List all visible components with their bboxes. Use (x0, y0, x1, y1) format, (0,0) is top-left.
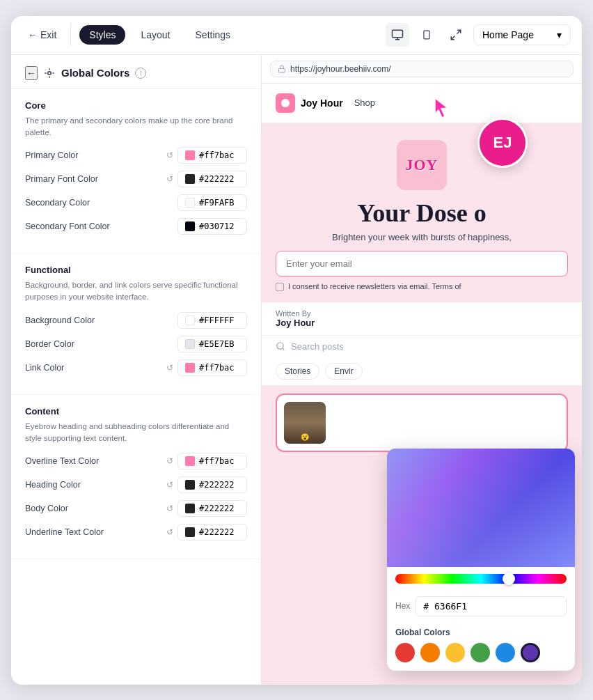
colors-icon (43, 67, 56, 79)
hero-title: Your Dose o (276, 199, 568, 228)
heading-color-group: ↺ #222222 (166, 476, 247, 493)
site-logo: Joy Hour (276, 93, 343, 113)
heading-color-dot (185, 480, 195, 490)
primary-color-group: ↺ #ff7bac (166, 147, 247, 164)
secondary-color-chip[interactable]: #F9FAFB (177, 194, 247, 211)
written-by: Written By Joy Hour (262, 302, 582, 335)
tab-layout[interactable]: Layout (131, 25, 180, 45)
swatch-red[interactable] (395, 643, 415, 662)
border-color-hex: #E5E7EB (199, 339, 235, 349)
secondary-font-color-chip[interactable]: #030712 (177, 218, 247, 235)
ej-initials: EJ (493, 134, 512, 152)
desktop-device-btn[interactable] (386, 23, 409, 47)
body-color-chip[interactable]: #222222 (177, 500, 247, 517)
link-color-dot (185, 363, 195, 373)
functional-section-title: Functional (25, 265, 247, 275)
refresh-icon-body[interactable]: ↺ (166, 504, 173, 513)
mobile-icon (422, 29, 432, 41)
refresh-icon-link[interactable]: ↺ (166, 363, 173, 373)
color-gradient-canvas[interactable] (387, 449, 575, 567)
underline-color-label: Underline Text Color (25, 527, 104, 537)
color-row-primary: Primary Color ↺ #ff7bac (25, 147, 247, 164)
content-section: Content Eyebrow heading and subheading c… (11, 395, 261, 560)
mobile-device-btn[interactable] (415, 23, 438, 47)
email-input[interactable] (276, 251, 568, 277)
bg-color-chip[interactable]: #FFFFFF (177, 312, 247, 329)
main-container: ← Exit Styles Layout Settings Home Page … (11, 16, 582, 685)
tag-envir[interactable]: Envir (325, 363, 362, 380)
swatch-blue[interactable] (496, 643, 515, 662)
secondary-font-color-dot (185, 221, 195, 231)
swatch-yellow[interactable] (445, 643, 465, 662)
hero-logo-box: JOY (397, 140, 447, 190)
panel-title: Global Colors (61, 67, 129, 79)
heading-color-chip[interactable]: #222222 (177, 476, 247, 493)
svg-rect-7 (279, 68, 285, 72)
toolbar-right: Home Page ▾ (386, 23, 571, 47)
bg-color-dot (185, 316, 195, 325)
right-preview: https://joyhour.beehiiv.com/ Joy Hour Sh… (262, 55, 582, 685)
underline-color-group: ↺ #222222 (166, 524, 247, 540)
swatch-orange[interactable] (420, 643, 440, 662)
hero-title-text: Your Dose o (357, 199, 486, 227)
color-row-border: Border Color #E5E7EB (25, 336, 247, 352)
toolbar-divider (70, 24, 71, 46)
primary-font-color-label: Primary Font Color (25, 174, 98, 184)
color-row-heading: Heading Color ↺ #222222 (25, 476, 247, 493)
tag-row: Stories Envir (262, 357, 582, 385)
refresh-icon-heading[interactable]: ↺ (166, 480, 173, 490)
hero-subtitle: Brighten your week with bursts of happin… (276, 232, 568, 242)
consent-checkbox[interactable] (276, 283, 284, 291)
search-bar[interactable]: Search posts (262, 335, 582, 357)
page-select[interactable]: Home Page ▾ (473, 24, 571, 45)
panel-back-button[interactable]: ← (25, 66, 38, 80)
refresh-icon-underline[interactable]: ↺ (166, 527, 173, 537)
hero-subtitle-text: Brighten your week with bursts of happin… (332, 232, 512, 242)
global-colors-row: Global Colors (387, 622, 575, 671)
written-by-label: Written By (276, 309, 568, 318)
svg-point-8 (281, 99, 290, 107)
post-card[interactable]: 😮 (276, 394, 568, 452)
color-row-body: Body Color ↺ #222222 (25, 500, 247, 517)
border-color-dot (185, 339, 195, 349)
hex-input[interactable] (416, 596, 567, 616)
chevron-down-icon: ▾ (557, 29, 562, 40)
tab-styles[interactable]: Styles (79, 25, 125, 45)
browser-chrome: https://joyhour.beehiiv.com/ (262, 55, 582, 84)
color-swatches (395, 643, 567, 662)
hue-slider[interactable] (395, 574, 567, 584)
exit-button[interactable]: ← Exit (22, 25, 62, 45)
link-color-chip[interactable]: #ff7bac (177, 359, 247, 376)
overline-color-chip[interactable]: #ff7bac (177, 453, 247, 469)
swatch-green[interactable] (471, 643, 490, 662)
tab-settings[interactable]: Settings (186, 25, 241, 45)
fullscreen-btn[interactable] (444, 23, 468, 47)
site-name: Joy Hour (301, 98, 343, 109)
ej-avatar: EJ (477, 118, 528, 168)
refresh-icon-overline[interactable]: ↺ (166, 456, 173, 466)
hue-slider-thumb (503, 573, 515, 585)
svg-line-4 (457, 30, 461, 33)
color-row-secondary-font: Secondary Font Color #030712 (25, 218, 247, 235)
color-row-underline: Underline Text Color ↺ #222222 (25, 524, 247, 540)
underline-color-chip[interactable]: #222222 (177, 524, 247, 540)
core-section-title: Core (25, 100, 247, 111)
primary-font-color-chip[interactable]: #222222 (177, 171, 247, 187)
shop-nav-link[interactable]: Shop (354, 98, 375, 108)
secondary-color-dot (185, 198, 195, 208)
swatch-purple[interactable] (521, 643, 540, 662)
primary-color-chip[interactable]: #ff7bac (177, 147, 247, 164)
refresh-icon-primary[interactable]: ↺ (166, 150, 173, 160)
tag-stories[interactable]: Stories (276, 363, 319, 380)
refresh-icon-primary-font[interactable]: ↺ (166, 174, 173, 184)
body-color-label: Body Color (25, 504, 68, 513)
toolbar-left: ← Exit Styles Layout Settings (22, 24, 380, 46)
content-section-desc: Eyebrow heading and subheading colors di… (25, 421, 247, 445)
functional-section: Functional Background, border, and link … (11, 254, 261, 395)
cursor-arrow (432, 97, 452, 122)
overline-color-hex: #ff7bac (199, 456, 235, 466)
content-section-title: Content (25, 406, 247, 417)
color-row-primary-font: Primary Font Color ↺ #222222 (25, 171, 247, 187)
border-color-chip[interactable]: #E5E7EB (177, 336, 247, 352)
info-icon[interactable]: i (135, 68, 146, 79)
